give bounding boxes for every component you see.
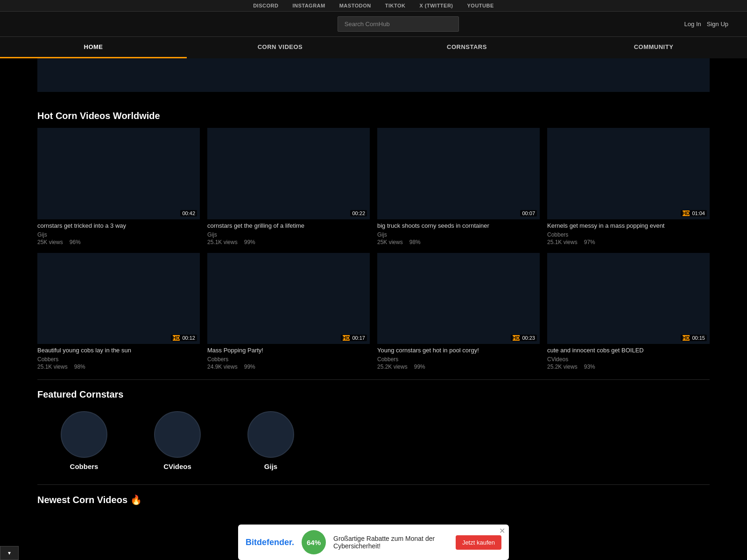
video-stats: 25.2K views 93% [547,364,710,370]
search-input[interactable] [338,16,459,32]
video-card[interactable]: HD 00:23 Young cornstars get hot in pool… [377,253,540,371]
video-badge: HD 01:04 [681,210,707,217]
video-thumbnail[interactable]: HD 01:04 [547,128,710,219]
video-badge: HD 00:15 [681,335,707,341]
divider-1 [37,379,710,380]
video-views: 25K views [37,239,63,245]
video-rating: 96% [70,239,81,245]
video-rating: 99% [244,364,255,370]
search-area [112,16,684,32]
video-card[interactable]: HD 00:15 cute and innocent cobs get BOIL… [547,253,710,371]
divider-2 [37,484,710,485]
social-link-tiktok[interactable]: TIKTOK [385,3,406,8]
video-badge: HD 00:23 [511,335,537,341]
featured-section-title: Featured Cornstars [37,389,710,400]
video-channel: Cobbers [377,356,540,363]
video-stats: 25.1K views 97% [547,239,710,245]
video-channel: Cobbers [207,356,370,363]
video-stats: 25K views 98% [377,239,540,245]
social-link-discord[interactable]: DISCORD [253,3,278,8]
video-channel: Gijs [37,231,200,238]
social-link-instagram[interactable]: INSTAGRAM [292,3,325,8]
video-thumbnail[interactable]: 00:42 [37,128,200,219]
header: Log In Sign Up [0,12,747,36]
video-rating: 93% [584,364,595,370]
video-channel: Gijs [377,231,540,238]
video-badge: HD 00:12 [171,335,197,341]
video-channel: Gijs [207,231,370,238]
social-link-youtube[interactable]: YOUTUBE [467,3,494,8]
video-thumbnail[interactable]: HD 00:17 [207,253,370,344]
video-card[interactable]: 00:42 cornstars get tricked into a 3 way… [37,128,200,245]
video-views: 25.2K views [547,364,578,370]
cornstar-name: Cobbers [70,462,99,470]
video-card[interactable]: HD 01:04 Kernels get messy in a mass pop… [547,128,710,245]
newest-section-title: Newest Corn Videos 🔥 [37,494,710,505]
video-stats: 25K views 96% [37,239,200,245]
auth-area: Log In Sign Up [684,21,728,28]
video-thumbnail[interactable]: HD 00:15 [547,253,710,344]
login-link[interactable]: Log In [684,21,701,28]
cornstar-avatar [154,411,201,458]
video-badge: 00:07 [520,210,537,217]
video-views: 25.1K views [207,239,238,245]
cornstar-avatar [247,411,294,458]
cornstar-avatar [61,411,107,458]
nav-item-corn-videos[interactable]: CORN VIDEOS [187,37,374,58]
video-title: cornstars get the grilling of a lifetime [207,222,370,230]
nav-item-community[interactable]: COMMUNITY [560,37,747,58]
cornstar-name: Gijs [264,462,277,470]
video-thumbnail[interactable]: HD 00:12 [37,253,200,344]
video-card[interactable]: HD 00:12 Beautiful young cobs lay in the… [37,253,200,371]
video-thumbnail[interactable]: HD 00:23 [377,253,540,344]
video-views: 25.1K views [37,364,68,370]
cornstars-grid: Cobbers CVideos Gijs [37,406,710,475]
video-title: Young cornstars get hot in pool corgy! [377,347,540,355]
video-stats: 25.1K views 99% [207,239,370,245]
video-rating: 98% [74,364,85,370]
main-content: Hot Corn Videos Worldwide 00:42 cornstar… [0,92,747,521]
video-stats: 24.9K views 99% [207,364,370,370]
video-rating: 99% [414,364,425,370]
video-card[interactable]: 00:22 cornstars get the grilling of a li… [207,128,370,245]
video-card[interactable]: HD 00:17 Mass Popping Party! Cobbers 24.… [207,253,370,371]
video-card[interactable]: 00:07 big truck shoots corny seeds in co… [377,128,540,245]
signup-link[interactable]: Sign Up [707,21,728,28]
video-badge: 00:42 [180,210,197,217]
video-channel: CVideos [547,356,710,363]
video-badge: 00:22 [350,210,367,217]
video-title: cornstars get tricked into a 3 way [37,222,200,230]
top-banner [37,58,710,92]
cornstar-item[interactable]: Gijs [224,406,317,475]
video-views: 24.9K views [207,364,238,370]
video-title: cute and innocent cobs get BOILED [547,347,710,355]
cornstar-name: CVideos [163,462,191,470]
video-title: Mass Popping Party! [207,347,370,355]
video-title: Kernels get messy in a mass popping even… [547,222,710,230]
social-link-twitter[interactable]: X (TWITTER) [419,3,453,8]
video-thumbnail[interactable]: 00:07 [377,128,540,219]
video-stats: 25.2K views 99% [377,364,540,370]
video-rating: 97% [584,239,595,245]
video-channel: Cobbers [37,356,200,363]
video-title: big truck shoots corny seeds in corntain… [377,222,540,230]
video-badge: HD 00:17 [341,335,367,341]
nav-item-cornstars[interactable]: CORNSTARS [374,37,560,58]
video-title: Beautiful young cobs lay in the sun [37,347,200,355]
video-thumbnail[interactable]: 00:22 [207,128,370,219]
main-nav: HOME CORN VIDEOS CORNSTARS COMMUNITY [0,36,747,58]
cornstar-item[interactable]: CVideos [131,406,224,475]
hot-section-title: Hot Corn Videos Worldwide [37,111,710,121]
video-channel: Cobbers [547,231,710,238]
social-bar: DISCORD INSTAGRAM MASTODON TIKTOK X (TWI… [0,0,747,12]
video-rating: 99% [244,239,255,245]
social-link-mastodon[interactable]: MASTODON [339,3,371,8]
nav-item-home[interactable]: HOME [0,37,187,58]
hot-video-grid: 00:42 cornstars get tricked into a 3 way… [37,128,710,370]
video-views: 25.2K views [377,364,408,370]
video-stats: 25.1K views 98% [37,364,200,370]
cornstar-item[interactable]: Cobbers [37,406,131,475]
video-views: 25K views [377,239,403,245]
video-views: 25.1K views [547,239,578,245]
video-rating: 98% [409,239,421,245]
